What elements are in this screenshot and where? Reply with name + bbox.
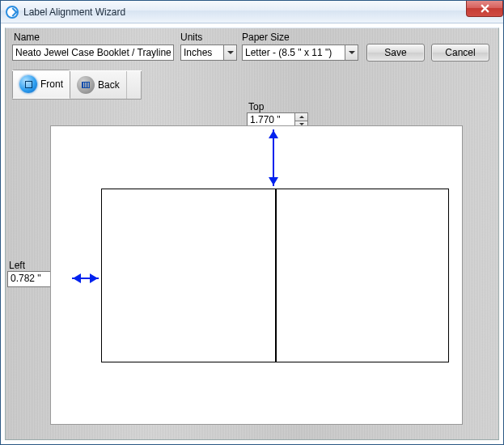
tab-front[interactable]: Front xyxy=(12,70,70,99)
arrow-up-icon xyxy=(269,125,278,138)
top-offset-label: Top xyxy=(248,101,264,112)
paper-size-value: Letter - (8.5 " x 11 ") xyxy=(243,47,345,58)
app-icon xyxy=(6,6,19,19)
top-offset-arrow xyxy=(269,129,278,186)
chevron-down-icon xyxy=(345,45,358,60)
cancel-button[interactable]: Cancel xyxy=(431,44,489,61)
left-offset-arrow xyxy=(72,273,99,283)
back-icon xyxy=(77,76,95,94)
paper-preview xyxy=(50,125,463,425)
window-title: Label Alignment Wizard xyxy=(23,6,125,18)
arrow-right-icon xyxy=(90,273,103,283)
paper-size-label: Paper Size xyxy=(242,32,290,43)
name-label: Name xyxy=(14,32,40,43)
units-value: Inches xyxy=(181,47,223,58)
tab-back[interactable]: Back xyxy=(70,71,127,99)
front-icon xyxy=(19,75,37,93)
close-button[interactable] xyxy=(466,1,503,17)
titlebar: Label Alignment Wizard xyxy=(1,1,503,23)
side-tabs: Front Back xyxy=(12,70,142,100)
spinner-up-icon[interactable] xyxy=(295,113,307,121)
tab-front-label: Front xyxy=(40,78,63,90)
tab-back-label: Back xyxy=(98,79,120,91)
top-form-row: Name Units Inches Paper Size Letter - (8… xyxy=(12,32,492,66)
label-alignment-wizard-window: Label Alignment Wizard Name Units Inches… xyxy=(0,0,504,445)
chevron-down-icon xyxy=(223,45,236,60)
name-input[interactable] xyxy=(12,44,174,61)
arrow-left-icon xyxy=(68,273,81,283)
units-select[interactable]: Inches xyxy=(180,44,237,61)
save-button[interactable]: Save xyxy=(366,44,425,61)
units-label: Units xyxy=(180,32,202,43)
left-offset-value: 0.782 " xyxy=(8,272,55,286)
client-area: Name Units Inches Paper Size Letter - (8… xyxy=(5,28,499,440)
arrow-down-icon xyxy=(269,177,278,190)
paper-size-select[interactable]: Letter - (8.5 " x 11 ") xyxy=(242,44,358,61)
label-outline xyxy=(101,189,449,362)
left-offset-label: Left xyxy=(9,260,25,271)
close-icon xyxy=(481,4,489,13)
